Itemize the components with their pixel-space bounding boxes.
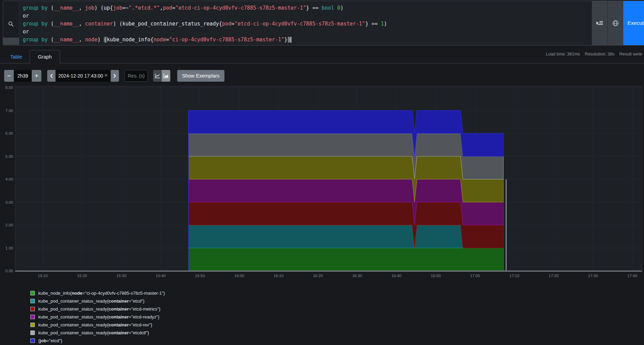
x-tick-label: 17:10 bbox=[510, 274, 520, 278]
legend-label: kube_pod_container_status_ready{containe… bbox=[38, 306, 160, 312]
legend-item[interactable]: kube_pod_container_status_ready{containe… bbox=[30, 329, 165, 337]
legend-item[interactable]: {job="etcd"} bbox=[30, 337, 165, 345]
legend-item[interactable]: kube_pod_container_status_ready{containe… bbox=[30, 305, 165, 313]
y-tick-label: 5.00 bbox=[6, 154, 13, 159]
x-tick-label: 17:20 bbox=[549, 274, 559, 278]
legend-swatch bbox=[30, 299, 35, 303]
graph-area: 0.001.002.003.004.005.006.007.008.0015:1… bbox=[0, 81, 644, 281]
legend-label: kube_node_info{node="ci-op-4cyd0vfv-c788… bbox=[38, 291, 165, 296]
execute-button[interactable]: Execute bbox=[623, 1, 644, 45]
y-tick-label: 0.00 bbox=[6, 269, 13, 273]
legend-swatch bbox=[30, 323, 35, 327]
show-exemplars-button[interactable]: Show Exemplars bbox=[177, 70, 224, 82]
x-tick-label: 16:10 bbox=[274, 274, 284, 278]
query-panel: group by (__name__, job) (up{job=~".*etc… bbox=[3, 1, 644, 45]
y-tick-label: 4.00 bbox=[6, 177, 13, 181]
x-tick-label: 16:30 bbox=[352, 274, 362, 278]
search-icon bbox=[8, 21, 14, 27]
stacked-area-chart: 0.001.002.003.004.005.006.007.008.0015:1… bbox=[0, 81, 644, 281]
previous-time-button[interactable] bbox=[47, 70, 56, 82]
query-line: group by (__name__, container) (kube_pod… bbox=[23, 20, 592, 28]
metrics-explorer-button[interactable] bbox=[592, 1, 607, 45]
tab-row-divider bbox=[0, 63, 644, 63]
stacked-chart-toggle-button[interactable] bbox=[162, 70, 170, 82]
next-time-button[interactable] bbox=[111, 70, 119, 82]
query-gutter bbox=[3, 1, 19, 45]
stacked-chart-icon bbox=[163, 73, 169, 79]
tab-graph[interactable]: Graph bbox=[30, 50, 60, 63]
x-tick-label: 15:30 bbox=[117, 274, 127, 278]
range-input[interactable] bbox=[14, 70, 32, 82]
legend-swatch bbox=[30, 307, 35, 311]
chart-legend: kube_node_info{node="ci-op-4cyd0vfv-c788… bbox=[30, 289, 165, 345]
globe-button[interactable] bbox=[607, 1, 623, 45]
x-tick-label: 16:50 bbox=[431, 274, 441, 278]
result-series: Result serie bbox=[620, 52, 642, 57]
legend-item[interactable]: kube_node_info{node="ci-op-4cyd0vfv-c788… bbox=[30, 289, 165, 297]
query-line: or bbox=[23, 12, 592, 20]
y-tick-label: 6.00 bbox=[6, 131, 13, 135]
legend-swatch bbox=[30, 331, 35, 335]
globe-icon bbox=[612, 20, 619, 27]
query-line: or bbox=[23, 28, 592, 36]
datetime-value: 2024-12-20 17:43:00 bbox=[58, 73, 108, 79]
query-line: group by (__name__, node) (kube_node_inf… bbox=[23, 36, 592, 44]
increase-range-button[interactable]: + bbox=[32, 70, 41, 82]
legend-item[interactable]: kube_pod_container_status_ready{containe… bbox=[30, 313, 165, 321]
execute-label: Execute bbox=[627, 20, 644, 26]
x-tick-label: 15:40 bbox=[156, 274, 166, 278]
x-tick-label: 15:10 bbox=[38, 274, 48, 278]
x-tick-label: 17:40 bbox=[627, 274, 637, 278]
legend-item[interactable]: kube_pod_container_status_ready{containe… bbox=[30, 321, 165, 329]
x-axis-line bbox=[15, 271, 642, 272]
y-tick-label: 7.00 bbox=[6, 109, 13, 113]
x-tick-label: 17:30 bbox=[588, 274, 598, 278]
legend-label: kube_pod_container_status_ready{containe… bbox=[38, 330, 149, 335]
line-chart-toggle-button[interactable] bbox=[153, 70, 162, 82]
line-chart-icon bbox=[155, 73, 160, 79]
load-time: Load time: 381ms bbox=[546, 52, 580, 57]
resolution: Resolution: 38s bbox=[585, 52, 614, 57]
metrics-explorer-icon bbox=[596, 20, 603, 26]
datetime-input[interactable]: 2024-12-20 17:43:00 ✕ bbox=[56, 70, 111, 82]
legend-item[interactable]: kube_pod_container_status_ready{containe… bbox=[30, 297, 165, 305]
query-line: group by (__name__, job) (up{job=~".*etc… bbox=[23, 4, 592, 12]
legend-swatch bbox=[30, 315, 35, 319]
legend-swatch bbox=[30, 338, 35, 343]
active-line-gutter bbox=[3, 38, 19, 45]
tab-table[interactable]: Table bbox=[4, 50, 28, 63]
x-tick-label: 15:50 bbox=[195, 274, 205, 278]
legend-label: kube_pod_container_status_ready{containe… bbox=[38, 298, 144, 304]
x-tick-label: 16:20 bbox=[313, 274, 323, 278]
chevron-left-icon bbox=[50, 73, 53, 78]
text-cursor bbox=[291, 37, 291, 43]
graph-controls: − + 2024-12-20 17:43:00 ✕ Show Exemplars bbox=[4, 70, 224, 82]
y-tick-label: 1.00 bbox=[6, 246, 13, 250]
query-editor[interactable]: group by (__name__, job) (up{job=~".*etc… bbox=[19, 1, 592, 45]
query-stats: Load time: 381ms Resolution: 38s Result … bbox=[546, 52, 644, 57]
y-tick-label: 2.00 bbox=[6, 223, 13, 227]
x-tick-label: 17:00 bbox=[470, 274, 480, 278]
time-navigation: 2024-12-20 17:43:00 ✕ bbox=[47, 70, 119, 82]
x-tick-label: 15:20 bbox=[77, 274, 87, 278]
legend-swatch bbox=[30, 291, 35, 295]
y-tick-label: 3.00 bbox=[6, 200, 13, 204]
x-tick-label: 16:40 bbox=[392, 274, 402, 278]
decrease-range-button[interactable]: − bbox=[4, 70, 14, 82]
chevron-right-icon bbox=[113, 73, 117, 78]
legend-label: kube_pod_container_status_ready{containe… bbox=[38, 322, 152, 327]
clear-datetime-icon[interactable]: ✕ bbox=[104, 73, 108, 78]
legend-label: {job="etcd"} bbox=[38, 338, 62, 343]
chart-band-1 bbox=[189, 225, 503, 248]
legend-label: kube_pod_container_status_ready{containe… bbox=[38, 314, 159, 319]
chart-band-0 bbox=[189, 248, 503, 271]
range-stepper: − + bbox=[4, 70, 41, 82]
y-tick-label: 8.00 bbox=[6, 85, 13, 90]
x-tick-label: 16:00 bbox=[234, 274, 244, 278]
result-tabs: Table Graph bbox=[4, 50, 60, 63]
resolution-input[interactable] bbox=[124, 70, 148, 82]
